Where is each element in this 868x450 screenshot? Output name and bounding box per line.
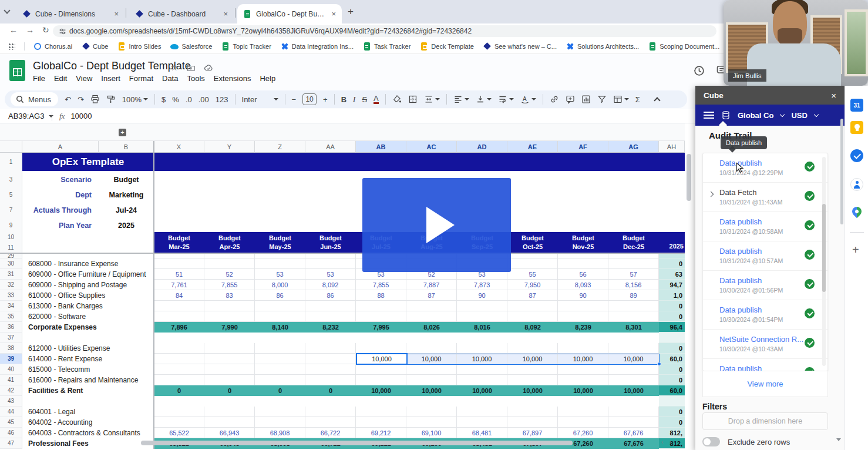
increase-font-size-button[interactable]: + [323, 95, 328, 104]
cell[interactable] [305, 417, 356, 428]
cell[interactable]: 55 [507, 269, 558, 280]
month-header-cell[interactable]: BudgetMay-25 [255, 232, 305, 253]
bookmark-item[interactable]: Task Tracker [363, 42, 411, 51]
row-header-39[interactable]: 39 [0, 354, 22, 364]
cell[interactable]: 8,156 [608, 280, 659, 290]
cell[interactable] [356, 364, 406, 375]
column-header-Y[interactable]: Y [204, 141, 255, 153]
month-header-cell[interactable]: BudgetJun-25 [305, 232, 356, 253]
collapse-toolbar-icon[interactable] [655, 96, 660, 103]
audit-trail-item[interactable]: Data publish10/31/2024 @10:57AM [703, 241, 827, 271]
format-percent-button[interactable]: % [172, 95, 179, 104]
video-play-overlay[interactable] [362, 178, 511, 272]
cell[interactable] [457, 375, 507, 385]
text-wrap-button[interactable] [498, 95, 514, 104]
version-history-icon[interactable] [693, 65, 705, 77]
database-icon[interactable] [721, 110, 731, 120]
cell[interactable]: 8,232 [305, 322, 356, 333]
cell[interactable] [507, 396, 558, 407]
cell[interactable] [255, 253, 305, 258]
cell[interactable] [356, 417, 406, 428]
bookmark-item[interactable]: Deck Template [420, 42, 474, 51]
cell[interactable]: 10,000 [406, 385, 457, 396]
format-currency-button[interactable]: $ [162, 95, 166, 104]
tab-close-icon[interactable]: × [223, 9, 228, 18]
cell[interactable] [204, 375, 255, 385]
row-header-3[interactable]: 3 [0, 173, 22, 186]
info-value[interactable]: 2025 [99, 219, 154, 232]
menu-format[interactable]: Format [129, 74, 153, 83]
tab-cube-dimensions[interactable]: Cube - Dimensions × [16, 4, 125, 23]
cell[interactable] [204, 343, 255, 354]
total-cell[interactable]: 0 [659, 258, 685, 269]
cell[interactable] [406, 343, 457, 354]
row-label[interactable]: 613000 - Bank Charges [22, 301, 154, 311]
cell[interactable] [305, 354, 356, 364]
cell[interactable] [507, 417, 558, 428]
row-label[interactable]: 604003 - Contractors & Consultants [22, 428, 154, 438]
cell[interactable]: 8,239 [558, 322, 608, 333]
total-cell[interactable]: 63 [659, 269, 685, 280]
cell[interactable]: 7,990 [204, 322, 255, 333]
zoom-select[interactable]: 100% [122, 95, 148, 104]
cell[interactable] [356, 311, 406, 322]
cell[interactable]: 10,000 [558, 354, 608, 364]
cell[interactable]: 7,896 [154, 322, 204, 333]
cell[interactable]: 8,092 [507, 322, 558, 333]
row-header-43[interactable]: 43 [0, 396, 22, 407]
cell[interactable] [356, 407, 406, 417]
cell[interactable] [608, 417, 659, 428]
cell[interactable] [255, 417, 305, 428]
forward-icon[interactable]: → [26, 25, 34, 35]
cell[interactable] [255, 364, 305, 375]
functions-button[interactable]: Σ [635, 95, 640, 104]
cell[interactable] [204, 354, 255, 364]
chevron-down-icon[interactable] [780, 112, 785, 116]
paint-format-button[interactable] [106, 95, 116, 104]
cell[interactable]: 7,887 [406, 280, 457, 290]
name-box[interactable]: AB39:AG3 [0, 112, 52, 120]
font-select[interactable]: Inter [242, 95, 278, 104]
cell[interactable]: 66,943 [204, 428, 255, 438]
cell[interactable]: 65,522 [154, 428, 204, 438]
increase-decimal-button[interactable]: .00 [199, 95, 209, 104]
row-header-46[interactable]: 46 [0, 428, 22, 438]
cell[interactable] [204, 364, 255, 375]
font-size-input[interactable]: 10 [302, 93, 317, 105]
redo-button[interactable]: ↷ [78, 95, 84, 104]
cell[interactable] [457, 333, 507, 343]
cell[interactable] [406, 396, 457, 407]
vertical-scrollbar[interactable] [687, 154, 691, 201]
cell[interactable] [305, 301, 356, 311]
audit-item-title[interactable]: Data publish [719, 276, 762, 285]
insert-comment-button[interactable] [566, 95, 575, 104]
cell[interactable] [154, 364, 204, 375]
cell[interactable]: 0 [204, 385, 255, 396]
cell[interactable]: 10,000 [457, 385, 507, 396]
info-value[interactable]: Budget [99, 173, 154, 186]
sheets-logo-icon[interactable] [9, 60, 25, 81]
menu-view[interactable]: View [76, 74, 92, 83]
row-label[interactable]: 616000 - Repairs and Maintenance [22, 375, 154, 385]
total-column-header[interactable]: 2025 [659, 232, 685, 253]
cell[interactable] [154, 354, 204, 364]
row-header-33[interactable]: 33 [0, 290, 22, 301]
formula-input[interactable]: 10000 [70, 112, 92, 120]
menu-extensions[interactable]: Extensions [214, 74, 251, 83]
cell[interactable]: 10,000 [507, 385, 558, 396]
cell[interactable] [608, 407, 659, 417]
row-header-36[interactable]: 36 [0, 322, 22, 333]
month-header-cell[interactable]: BudgetApr-25 [204, 232, 255, 253]
cell[interactable] [558, 258, 608, 269]
cell[interactable] [305, 258, 356, 269]
cell[interactable] [204, 407, 255, 417]
column-header-AG[interactable]: AG [608, 141, 659, 153]
info-label[interactable]: Scenario [22, 173, 99, 186]
borders-button[interactable] [408, 95, 418, 104]
cell[interactable]: 7,761 [154, 280, 204, 290]
total-cell[interactable]: 0 [659, 343, 685, 354]
cell[interactable] [608, 258, 659, 269]
menu-help[interactable]: Help [260, 74, 275, 83]
decrease-font-size-button[interactable]: − [292, 95, 297, 104]
cell[interactable]: 10,000 [608, 354, 659, 364]
